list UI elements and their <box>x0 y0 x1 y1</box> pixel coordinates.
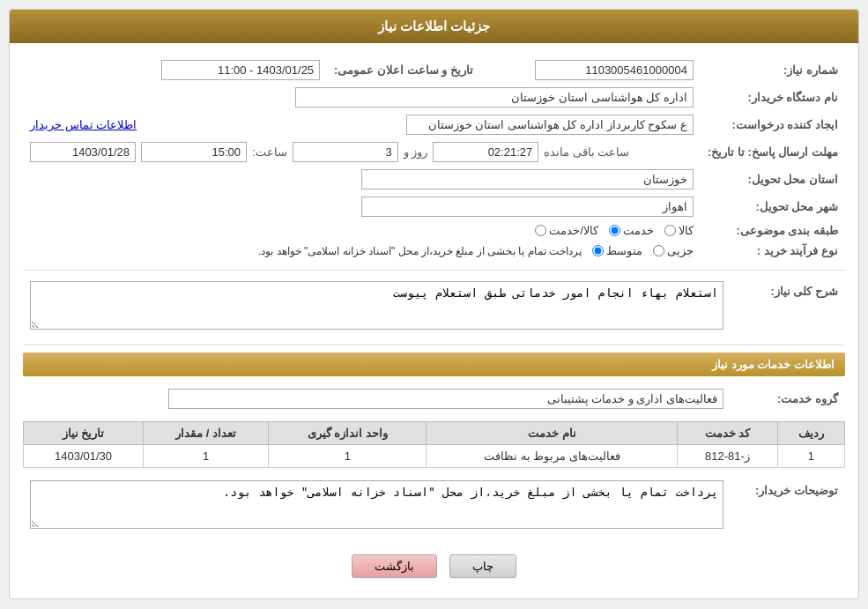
need-number-value: 1103005461000004 <box>535 60 694 80</box>
back-button[interactable]: بازگشت <box>352 554 437 578</box>
response-time: 15:00 <box>141 142 247 162</box>
service-group-label: گروه خدمت: <box>731 385 845 412</box>
response-time-label: ساعت: <box>252 145 287 159</box>
city-label: شهر محل تحویل: <box>701 193 845 220</box>
response-date: 1403/01/28 <box>30 142 136 162</box>
col-qty: تعداد / مقدار <box>144 422 269 445</box>
page-title: جزئیات اطلاعات نیاز <box>10 10 858 43</box>
purchase-type-label: نوع فرآیند خرید : <box>701 241 845 261</box>
city-value: اهواز <box>361 197 693 217</box>
cell-date: 1403/01/30 <box>24 445 144 468</box>
purchase-motavaset: متوسط <box>592 244 642 257</box>
category-khedmat-radio[interactable] <box>609 225 620 236</box>
buyer-desc-textarea[interactable] <box>30 480 723 529</box>
category-label: طبقه بندی موضوعی: <box>701 220 845 241</box>
services-section-header: اطلاعات خدمات مورد نیاز <box>23 353 845 376</box>
creator-label: ایجاد کننده درخواست: <box>701 111 845 138</box>
response-remaining-label: ساعت باقی مانده <box>544 145 629 159</box>
creator-value: ع سکوح کاربرداز اداره کل هواشناسی استان … <box>406 115 694 135</box>
general-desc-label: شرح کلی نیاز: <box>731 278 845 336</box>
print-button[interactable]: چاپ <box>449 554 516 578</box>
response-deadline-label: مهلت ارسال پاسخ: تا تاریخ: <box>701 138 845 166</box>
response-days: 3 <box>293 142 398 162</box>
contact-link[interactable]: اطلاعات تماس خریدار <box>30 118 137 131</box>
service-group-value: فعالیت‌های اداری و خدمات پشتیبانی <box>168 389 723 409</box>
need-number-label: شماره نیاز: <box>701 56 845 84</box>
purchase-jozi-radio[interactable] <box>653 245 664 256</box>
col-date: تاریخ نیاز <box>24 422 144 445</box>
table-row: 1ز-81-812فعالیت‌های مربوط به نظافت111403… <box>24 445 845 468</box>
response-remaining: 02:21:27 <box>433 142 538 162</box>
buyer-org-label: نام دستگاه خریدار: <box>701 84 845 111</box>
purchase-note: پرداخت تمام یا بخشی از مبلغ خرید،از محل … <box>258 245 582 257</box>
buyer-org-value: اداره کل هواشناسی استان خوزستان <box>295 87 694 108</box>
cell-row: 1 <box>777 445 844 468</box>
col-name: نام خدمت <box>427 422 678 445</box>
announce-date-label: تاریخ و ساعت اعلان عمومی: <box>327 56 480 84</box>
general-desc-textarea[interactable] <box>30 281 723 330</box>
purchase-jozi: جزیی <box>653 244 694 257</box>
response-days-label: روز و <box>404 145 428 159</box>
cell-unit: 1 <box>269 445 427 468</box>
col-code: کد خدمت <box>678 422 778 445</box>
cell-code: ز-81-812 <box>678 445 778 468</box>
category-kala-khedmat: کالا/خدمت <box>535 224 598 237</box>
purchase-motavaset-radio[interactable] <box>592 245 604 256</box>
services-table: ردیف کد خدمت نام خدمت واحد اندازه گیری ت… <box>23 421 845 468</box>
buyer-desc-label: توضیحات خریدار: <box>731 477 845 535</box>
buttons-row: چاپ بازگشت <box>23 544 845 585</box>
category-kala: کالا <box>664 224 694 237</box>
category-kala-khedmat-radio[interactable] <box>535 225 546 236</box>
province-value: خوزستان <box>361 169 693 189</box>
col-row: ردیف <box>777 422 844 445</box>
category-kala-radio[interactable] <box>664 225 676 236</box>
cell-name: فعالیت‌های مربوط به نظافت <box>427 445 678 468</box>
category-khedmat: خدمت <box>609 224 654 237</box>
col-unit: واحد اندازه گیری <box>269 422 427 445</box>
cell-quantity: 1 <box>144 445 269 468</box>
province-label: استان محل تحویل: <box>701 166 845 193</box>
announce-date-value: 1403/01/25 - 11:00 <box>161 60 320 80</box>
